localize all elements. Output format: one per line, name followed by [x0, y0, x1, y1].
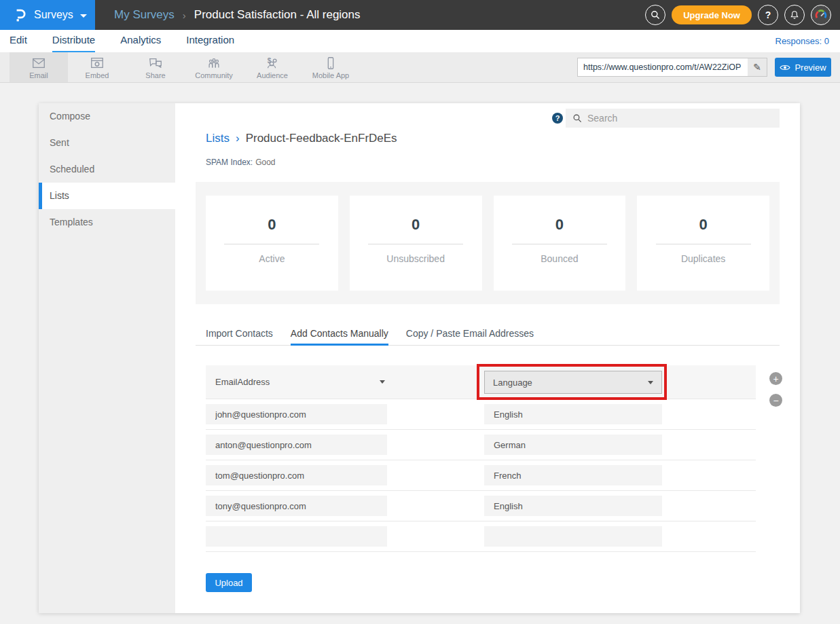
stat-value: 0 [555, 216, 564, 234]
stat-value: 0 [412, 216, 420, 234]
eye-icon [780, 64, 790, 71]
svg-text:$: $ [268, 57, 272, 65]
tab-distribute[interactable]: Distribute [52, 30, 95, 52]
header-actions: Upgrade Now ? [645, 5, 831, 25]
language-column-value: Language [493, 378, 532, 388]
stat-label: Bounced [541, 253, 578, 264]
email-input[interactable] [206, 496, 387, 516]
sidebar-item-templates[interactable]: Templates [39, 209, 175, 236]
search-input[interactable] [587, 113, 773, 124]
avatar-gauge-icon [813, 7, 829, 23]
distribute-toolbar: Email Embed Share Community $ Audience [0, 52, 840, 83]
top-header: Surveys My Surveys › Product Satisfactio… [0, 0, 840, 30]
language-input[interactable] [484, 404, 662, 424]
channel-mobile-app[interactable]: Mobile App [302, 52, 360, 82]
survey-url-field: ✎ [577, 58, 767, 77]
sidebar-item-lists[interactable]: Lists [39, 183, 175, 209]
help-icon[interactable]: ? [552, 113, 563, 124]
bell-icon [789, 10, 800, 20]
sidebar-item-scheduled[interactable]: Scheduled [39, 156, 175, 183]
channel-audience[interactable]: $ Audience [243, 52, 302, 82]
list-search [566, 109, 780, 128]
table-row [206, 491, 756, 521]
sidebar-item-compose[interactable]: Compose [39, 103, 175, 130]
product-label: Surveys [34, 9, 73, 21]
language-input[interactable] [484, 496, 662, 516]
search-icon [572, 113, 582, 123]
remove-row-button[interactable]: − [769, 394, 782, 407]
tab-import-contacts[interactable]: Import Contacts [206, 326, 273, 346]
lists-breadcrumb-link[interactable]: Lists [206, 132, 230, 145]
channel-label: Email [29, 71, 48, 79]
table-row [206, 521, 756, 552]
spam-index-value: Good [255, 158, 275, 167]
channel-share[interactable]: Share [126, 52, 185, 82]
breadcrumb: My Surveys › Product Satisfaction - All … [114, 8, 361, 22]
email-input[interactable] [206, 526, 387, 547]
channel-label: Embed [86, 71, 109, 79]
email-icon [31, 56, 47, 71]
survey-nav: Edit Distribute Analytics Integration Re… [0, 30, 840, 52]
divider [368, 244, 463, 244]
my-surveys-link[interactable]: My Surveys [114, 8, 175, 22]
embed-icon [89, 56, 105, 71]
channel-embed[interactable]: Embed [68, 52, 126, 82]
preview-label: Preview [795, 62, 826, 73]
email-input[interactable] [206, 465, 387, 485]
tab-analytics[interactable]: Analytics [120, 30, 161, 52]
stat-value: 0 [699, 216, 708, 234]
tab-edit[interactable]: Edit [10, 30, 27, 52]
add-row-button[interactable]: + [769, 372, 782, 385]
channel-label: Community [195, 71, 233, 79]
email-input[interactable] [206, 404, 387, 424]
channel-label: Mobile App [312, 71, 349, 79]
email-column-select[interactable]: EmailAddress [215, 377, 385, 387]
channel-label: Share [145, 71, 165, 79]
search-icon [650, 10, 661, 20]
tab-add-contacts-manually[interactable]: Add Contacts Manually [291, 326, 388, 346]
language-input[interactable] [484, 465, 662, 485]
stat-label: Unsubscribed [386, 253, 445, 264]
help-button[interactable]: ? [758, 5, 778, 25]
preview-button[interactable]: Preview [775, 58, 831, 77]
tab-integration[interactable]: Integration [186, 30, 234, 52]
contacts-tabs: Import Contacts Add Contacts Manually Co… [196, 326, 780, 346]
upgrade-now-button[interactable]: Upgrade Now [672, 5, 752, 24]
app-switcher[interactable]: Surveys [0, 0, 95, 30]
stat-label: Active [259, 253, 285, 264]
stat-card-active: 0 Active [206, 196, 338, 291]
search-button[interactable] [645, 5, 665, 25]
channel-label: Audience [257, 71, 288, 79]
channel-email[interactable]: Email [10, 52, 68, 82]
channel-community[interactable]: Community [185, 52, 243, 82]
survey-title: Product Satisfaction - All regions [194, 8, 361, 22]
tab-copy-paste-email-addresses[interactable]: Copy / Paste Email Addresses [406, 326, 534, 346]
mobile-app-icon [323, 56, 339, 71]
channel-list: Email Embed Share Community $ Audience [10, 52, 360, 82]
table-row [206, 399, 756, 430]
audience-icon: $ [264, 56, 280, 71]
user-avatar[interactable] [811, 5, 831, 25]
survey-url-input[interactable] [578, 58, 748, 76]
stat-card-unsubscribed: 0 Unsubscribed [350, 196, 482, 291]
email-input[interactable] [206, 435, 387, 455]
language-input[interactable] [484, 435, 662, 455]
responses-count: Responses: 0 [775, 36, 830, 46]
stat-card-bounced: 0 Bounced [494, 196, 626, 291]
list-breadcrumb: Lists›Product-Feedback-EnFrDeEs [206, 132, 397, 145]
upload-button[interactable]: Upload [206, 573, 252, 592]
language-column-select[interactable]: Language [484, 371, 662, 394]
notifications-button[interactable] [784, 5, 805, 25]
chevron-down-icon [380, 380, 385, 384]
lists-panel: Compose Sent Scheduled Lists Templates ?… [39, 103, 800, 613]
divider [512, 244, 607, 244]
lists-content: ? Lists›Product-Feedback-EnFrDeEs SPAM I… [175, 103, 800, 613]
stat-card-duplicates: 0 Duplicates [637, 196, 769, 291]
chevron-down-icon [648, 381, 653, 384]
edit-url-button[interactable]: ✎ [748, 58, 767, 76]
spam-index-label: SPAM Index: [206, 158, 253, 167]
table-row [206, 430, 756, 460]
sidebar-item-sent[interactable]: Sent [39, 130, 175, 156]
language-input[interactable] [484, 526, 662, 547]
pencil-icon: ✎ [753, 62, 761, 73]
